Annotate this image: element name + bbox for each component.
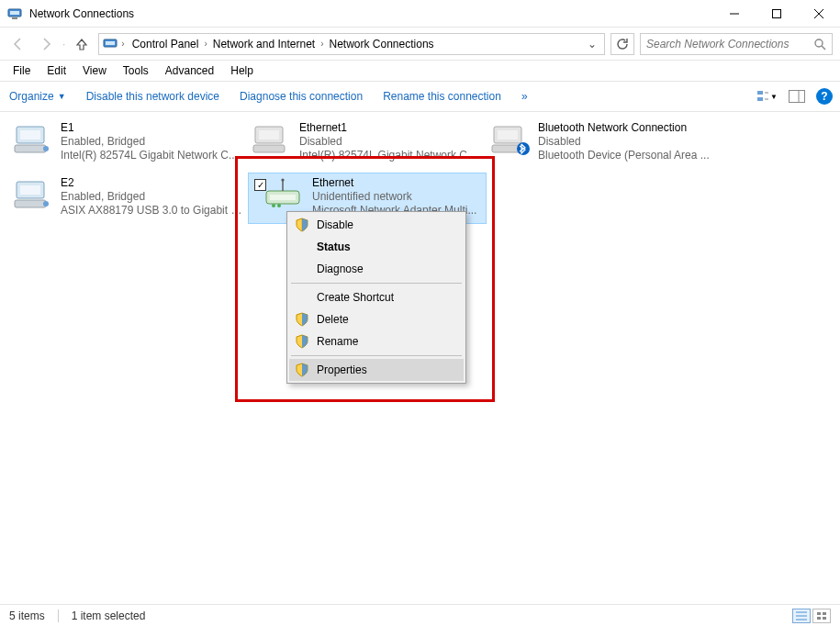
- location-icon: [103, 37, 118, 51]
- svg-rect-25: [498, 130, 518, 140]
- ctx-disable[interactable]: Disable: [289, 214, 464, 236]
- connection-device: Intel(R) 82574L Gigabit Network C...: [61, 149, 238, 162]
- connection-device: ASIX AX88179 USB 3.0 to Gigabit E...: [61, 204, 244, 218]
- ctx-diagnose[interactable]: Diagnose: [289, 258, 464, 280]
- shield-icon: [295, 334, 309, 349]
- content-area: E1 Enabled, Bridged Intel(R) 82574L Giga…: [0, 112, 840, 604]
- chevron-right-icon: ›: [121, 39, 124, 49]
- refresh-button[interactable]: [610, 33, 634, 55]
- menu-view[interactable]: View: [75, 62, 114, 79]
- chevron-right-icon: ›: [204, 39, 207, 49]
- overflow-button[interactable]: »: [520, 86, 530, 106]
- navigation-bar: · › Control Panel › Network and Internet…: [0, 28, 840, 61]
- svg-point-9: [815, 39, 823, 47]
- address-bar[interactable]: › Control Panel › Network and Internet ›…: [98, 33, 605, 55]
- svg-rect-29: [20, 185, 40, 195]
- connection-name: Bluetooth Network Connection: [538, 121, 710, 135]
- breadcrumb: Control Panel › Network and Internet › N…: [129, 36, 438, 52]
- svg-rect-22: [259, 130, 279, 140]
- connection-item[interactable]: E2 Enabled, Bridged ASIX AX88179 USB 3.0…: [9, 173, 248, 224]
- svg-rect-15: [790, 91, 805, 103]
- close-button[interactable]: [798, 0, 840, 28]
- chevron-down-icon: ▼: [770, 93, 778, 101]
- connection-device: Bluetooth Device (Personal Area ...: [538, 149, 710, 162]
- connection-status: Enabled, Bridged: [61, 135, 238, 149]
- ctx-delete[interactable]: Delete: [289, 308, 464, 330]
- menu-tools[interactable]: Tools: [116, 62, 156, 79]
- up-button[interactable]: [71, 33, 93, 55]
- context-menu: Disable Status Diagnose Create Shortcut …: [286, 211, 466, 384]
- address-dropdown-icon[interactable]: ⌄: [584, 38, 600, 50]
- connection-status: Disabled: [538, 135, 710, 149]
- rename-connection-button[interactable]: Rename this connection: [381, 86, 503, 106]
- connection-name: Ethernet: [312, 176, 476, 190]
- ctx-separator: [291, 355, 462, 356]
- ctx-create-shortcut[interactable]: Create Shortcut: [289, 286, 464, 308]
- minimize-button[interactable]: [713, 0, 756, 28]
- svg-rect-8: [106, 41, 115, 45]
- diagnose-connection-button[interactable]: Diagnose this connection: [238, 86, 364, 106]
- shield-icon: [295, 218, 309, 232]
- svg-point-35: [281, 178, 284, 181]
- command-bar: Organize ▼ Disable this network device D…: [0, 81, 840, 112]
- large-icons-view-button[interactable]: [812, 609, 831, 623]
- svg-rect-43: [817, 617, 821, 620]
- breadcrumb-item[interactable]: Control Panel: [129, 36, 203, 52]
- menu-help[interactable]: Help: [223, 62, 261, 79]
- bluetooth-adapter-icon: [490, 121, 531, 158]
- menu-advanced[interactable]: Advanced: [158, 62, 221, 79]
- ctx-properties[interactable]: Properties: [289, 359, 464, 381]
- view-toggle: [792, 609, 831, 623]
- disable-device-button[interactable]: Disable this network device: [84, 86, 221, 106]
- nav-separator: ·: [62, 38, 65, 50]
- details-view-button[interactable]: [792, 609, 811, 623]
- svg-rect-2: [12, 17, 17, 19]
- shield-icon: [295, 312, 309, 327]
- breadcrumb-item[interactable]: Network Connections: [326, 36, 438, 52]
- svg-rect-18: [20, 130, 40, 140]
- svg-rect-1: [10, 11, 19, 15]
- connections-grid: E1 Enabled, Bridged Intel(R) 82574L Giga…: [9, 117, 831, 224]
- maximize-button[interactable]: [756, 0, 798, 28]
- selection-count: 1 item selected: [72, 609, 146, 622]
- svg-point-31: [43, 201, 49, 207]
- status-bar: 5 items 1 item selected: [0, 604, 840, 626]
- shield-icon: [295, 363, 309, 377]
- connection-item[interactable]: Bluetooth Network Connection Disabled Bl…: [487, 117, 725, 169]
- help-button[interactable]: ?: [816, 88, 833, 105]
- window-title: Network Connections: [29, 7, 713, 20]
- menu-file[interactable]: File: [6, 62, 38, 79]
- connection-name: E1: [61, 121, 238, 135]
- connection-item[interactable]: Ethernet1 Disabled Intel(R) 82574L Gigab…: [248, 117, 487, 169]
- organize-button[interactable]: Organize ▼: [7, 86, 68, 106]
- ctx-status[interactable]: Status: [289, 236, 464, 258]
- network-adapter-icon: [13, 121, 53, 158]
- svg-rect-23: [253, 145, 285, 152]
- connection-status: Disabled: [299, 135, 476, 149]
- menu-edit[interactable]: Edit: [39, 62, 73, 79]
- network-adapter-icon: [13, 176, 53, 213]
- window-controls: [713, 0, 840, 28]
- connection-status: Unidentified network: [312, 190, 476, 204]
- svg-rect-44: [823, 617, 826, 620]
- svg-rect-42: [823, 612, 826, 615]
- search-input[interactable]: [646, 38, 813, 50]
- search-box[interactable]: [640, 33, 833, 55]
- svg-rect-33: [270, 195, 296, 200]
- chevron-down-icon: ▼: [58, 92, 66, 101]
- back-button[interactable]: [7, 33, 29, 55]
- preview-pane-button[interactable]: [787, 86, 807, 106]
- svg-rect-30: [15, 200, 46, 207]
- svg-rect-11: [757, 91, 763, 95]
- connection-item[interactable]: E1 Enabled, Bridged Intel(R) 82574L Giga…: [9, 117, 248, 169]
- breadcrumb-item[interactable]: Network and Internet: [209, 36, 319, 52]
- change-view-button[interactable]: ▼: [757, 86, 778, 106]
- svg-line-10: [822, 46, 825, 50]
- forward-button[interactable]: [35, 33, 57, 55]
- menu-bar: File Edit View Tools Advanced Help: [0, 61, 840, 81]
- svg-point-20: [43, 146, 49, 151]
- chevron-right-icon: ›: [320, 39, 323, 49]
- network-adapter-disabled-icon: [252, 121, 292, 158]
- svg-point-36: [272, 204, 275, 207]
- ctx-rename[interactable]: Rename: [289, 330, 464, 352]
